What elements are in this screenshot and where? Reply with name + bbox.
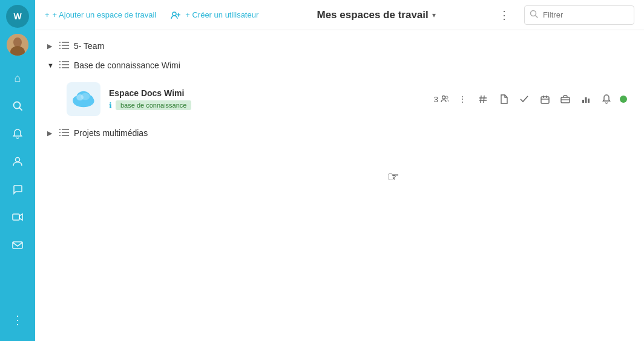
notification-button[interactable] <box>597 89 616 109</box>
knowledge-base-contents: Espace Docs Wimi ℹ base de connaissance … <box>59 77 634 121</box>
user-avatar[interactable] <box>7 34 28 56</box>
chevron-right-icon-2: ▶ <box>47 129 54 137</box>
mail-icon[interactable] <box>6 233 29 256</box>
search-bar <box>524 5 634 25</box>
topbar-title-area: Mes espaces de travail ▾ <box>268 9 484 21</box>
video-icon[interactable] <box>6 206 29 229</box>
workspace-name: Espace Docs Wimi <box>109 88 434 98</box>
filter-input[interactable] <box>543 10 634 19</box>
svg-rect-21 <box>59 61 61 62</box>
more-dots-icon[interactable]: ⋮ <box>6 308 29 331</box>
add-workspace-button[interactable]: + + Ajouter un espace de travail <box>45 10 156 19</box>
svg-line-14 <box>536 16 538 18</box>
svg-point-34 <box>445 96 448 99</box>
svg-rect-26 <box>62 67 69 68</box>
svg-rect-45 <box>582 100 584 103</box>
workspace-row-docs-wimi[interactable]: Espace Docs Wimi ℹ base de connaissance … <box>59 77 634 121</box>
svg-line-6 <box>20 108 22 111</box>
create-user-button[interactable]: + Créer un utilisateur <box>166 10 258 20</box>
svg-rect-47 <box>588 99 590 103</box>
contacts-icon[interactable] <box>6 150 29 173</box>
knowledge-base-label: Base de connaissance Wimi <box>74 60 180 70</box>
svg-rect-53 <box>62 135 69 136</box>
svg-rect-16 <box>62 42 69 43</box>
members-number: 3 <box>434 95 438 104</box>
topbar: + + Ajouter un espace de travail + Créer… <box>35 0 644 30</box>
create-user-label: + Créer un utilisateur <box>185 10 258 19</box>
file-button[interactable] <box>494 89 513 109</box>
svg-rect-25 <box>59 67 61 68</box>
svg-text:W: W <box>13 11 22 21</box>
svg-rect-46 <box>585 97 587 103</box>
team-group-label: 5- Team <box>74 41 104 51</box>
tree-item-knowledge-base[interactable]: ▼ Base de connaissance Wimi <box>45 56 634 75</box>
hashtag-button[interactable] <box>473 89 493 109</box>
svg-rect-15 <box>59 42 61 43</box>
svg-line-36 <box>484 96 484 103</box>
svg-rect-19 <box>59 48 61 49</box>
briefcase-button[interactable] <box>556 89 575 109</box>
title-dropdown-icon[interactable]: ▾ <box>432 11 436 19</box>
main-content: + + Ajouter un espace de travail + Créer… <box>35 0 644 341</box>
svg-rect-23 <box>59 64 61 65</box>
svg-rect-50 <box>59 132 61 133</box>
list-icon-3 <box>59 128 69 138</box>
svg-point-33 <box>442 96 445 99</box>
search-bar-icon <box>525 10 543 20</box>
svg-rect-17 <box>59 45 61 46</box>
multimedia-group-label: Projets multimédias <box>74 128 148 138</box>
chat-icon[interactable] <box>6 178 29 201</box>
svg-rect-49 <box>62 129 69 130</box>
svg-point-10 <box>172 12 176 16</box>
svg-rect-8 <box>13 214 19 220</box>
bell-icon[interactable] <box>6 122 29 145</box>
svg-rect-51 <box>62 132 69 133</box>
svg-line-35 <box>481 96 481 103</box>
workspace-thumbnail <box>67 82 100 116</box>
svg-rect-52 <box>59 135 61 136</box>
add-workspace-label: + Ajouter un espace de travail <box>53 10 157 19</box>
svg-rect-22 <box>62 61 69 62</box>
chevron-right-icon: ▶ <box>47 42 54 50</box>
workspace-badge: base de connaissance <box>116 100 191 110</box>
svg-point-5 <box>14 102 21 109</box>
tree-item-team[interactable]: ▶ 5- Team <box>45 36 634 56</box>
svg-rect-24 <box>62 64 69 65</box>
member-count: 3 <box>434 95 449 104</box>
chevron-down-icon: ▼ <box>47 62 54 69</box>
workspace-actions: 3 ⋮ <box>434 89 627 109</box>
workspace-badge-row: ℹ base de connaissance <box>109 100 434 110</box>
sidebar: W ⌂ <box>0 0 35 341</box>
search-icon[interactable] <box>6 94 29 117</box>
app-logo[interactable]: W <box>6 5 29 28</box>
info-icon: ℹ <box>109 101 112 110</box>
svg-rect-39 <box>541 97 549 103</box>
list-icon <box>59 41 69 51</box>
add-workspace-icon: + <box>45 10 50 19</box>
calendar-button[interactable] <box>535 89 554 109</box>
create-user-icon <box>171 10 182 20</box>
check-button[interactable] <box>514 89 534 109</box>
tree-item-multimedia[interactable]: ▶ Projets multimédias <box>45 123 634 143</box>
page-title: Mes espaces de travail <box>317 9 428 21</box>
svg-rect-48 <box>59 129 61 130</box>
topbar-more-icon[interactable]: ⋮ <box>494 6 514 24</box>
svg-point-3 <box>13 37 22 47</box>
svg-rect-20 <box>62 48 69 49</box>
chart-button[interactable] <box>576 89 596 109</box>
more-options-button[interactable]: ⋮ <box>453 89 472 109</box>
home-icon[interactable]: ⌂ <box>6 67 29 89</box>
svg-point-32 <box>81 93 90 100</box>
list-icon-2 <box>59 60 69 70</box>
workspace-list: ▶ 5- Team ▼ <box>35 30 644 341</box>
svg-rect-18 <box>62 45 69 46</box>
workspace-info: Espace Docs Wimi ℹ base de connaissance <box>109 88 434 110</box>
svg-rect-9 <box>13 242 22 248</box>
online-status-indicator <box>620 96 627 103</box>
svg-point-7 <box>16 158 20 162</box>
